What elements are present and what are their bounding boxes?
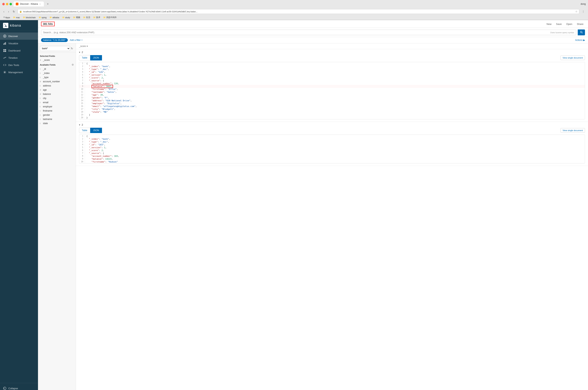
json-line: 8 "account_number": 183, — [79, 155, 585, 157]
svg-rect-8 — [5, 51, 6, 52]
doc-row-header-1[interactable]: ▾ 2 — [76, 49, 588, 55]
maximize-traffic-light[interactable] — [9, 3, 12, 5]
collapse-sidebar-button[interactable]: Collapse — [0, 385, 38, 390]
field-item-id[interactable]: t _id — [38, 67, 76, 71]
json-line: 17 "city": "Blodgett", — [79, 108, 585, 111]
sidebar-item-visualize[interactable]: Visualize — [0, 40, 38, 47]
bookmark-msg[interactable]: 📁 消息中间件 — [102, 16, 118, 19]
bookmark-mac[interactable]: 📁 mac — [12, 16, 21, 19]
search-input-wrap[interactable]: Uses lucene query syntax — [41, 30, 576, 35]
forward-button[interactable]: › — [7, 10, 10, 13]
bookmark-apps[interactable]: ⠿ Apps — [2, 16, 11, 19]
sidebar-item-timelion[interactable]: Timelion — [0, 54, 38, 61]
tab-close-button[interactable]: × — [40, 3, 41, 5]
url-text: localhost:5601/app/kibana#/discover?_g=(… — [23, 10, 574, 13]
json-line: 10 "firstname": "Effie", — [79, 88, 585, 91]
json-line-balance-highlight: 9 "balance": 3607, — [79, 85, 585, 88]
add-filter-button[interactable]: Add a filter + — [70, 39, 83, 42]
bookmark-alibaba[interactable]: 📁 alibaba — [48, 16, 60, 19]
sidebar-label-dashboard: Dashboard — [8, 49, 21, 52]
doc-tab-json-2[interactable]: JSON — [90, 128, 102, 133]
svg-rect-4 — [5, 42, 6, 45]
collapse-label: Collapse — [8, 387, 18, 390]
close-traffic-light[interactable] — [2, 3, 5, 5]
json-line: 6 "_score": 2, — [79, 76, 585, 79]
bookmark-life[interactable]: 📁 生活 — [82, 16, 91, 19]
search-input[interactable] — [43, 31, 550, 34]
doc-tab-table-1[interactable]: Table — [79, 55, 90, 60]
bookmark-study[interactable]: 📁 study — [61, 16, 71, 19]
bookmark-tech[interactable]: 📁 技术 — [92, 16, 101, 19]
sidebar-label-visualize: Visualize — [8, 42, 18, 45]
svg-rect-5 — [3, 49, 4, 50]
field-settings-button[interactable]: ⚙ — [72, 63, 74, 66]
browser-chrome: Discover - Kibana × + dong ‹ › ↻ 🔒 local… — [0, 0, 588, 20]
field-item-age[interactable]: # age — [38, 88, 76, 92]
json-line: 1{ — [79, 135, 585, 138]
json-line: 5 "_version": 1, — [79, 146, 585, 149]
index-refresh-button[interactable]: ↻ — [70, 47, 74, 50]
json-line: 18 "state": "MD" — [79, 111, 585, 113]
reload-button[interactable]: ↻ — [12, 10, 16, 13]
json-line: 11 "lastname": "Gates", — [79, 91, 585, 94]
doc-row-header-2[interactable]: ▾ 2 — [76, 122, 588, 128]
selected-field-score[interactable]: # _score — [38, 58, 76, 62]
sidebar-item-management[interactable]: Management — [0, 69, 38, 76]
score-column-label[interactable]: _score ▾ — [79, 45, 88, 48]
devtools-icon — [3, 63, 6, 67]
field-item-index[interactable]: t _index — [38, 71, 76, 75]
field-item-state[interactable]: t state — [38, 121, 76, 125]
bookmark-blockchain[interactable]: 📁 blockchain — [22, 16, 37, 19]
field-item-account-number[interactable]: # account_number — [38, 79, 76, 84]
left-panel: bank* ↻ Selected Fields # _score Availab… — [38, 43, 76, 390]
doc-toggle-button-2[interactable]: ▾ — [79, 124, 80, 126]
filter-chip[interactable]: balance: "1 to 20,000" — [41, 38, 68, 42]
json-line: 16 "email": "effiegates@digitalus.com", — [79, 105, 585, 108]
field-item-type[interactable]: t _type — [38, 75, 76, 79]
bookmark-sping[interactable]: 📁 sping — [38, 16, 48, 19]
doc-tab-json-1[interactable]: JSON — [90, 55, 102, 60]
field-item-address[interactable]: t address — [38, 84, 76, 88]
extensions-button[interactable]: ⋮ — [581, 10, 586, 13]
discover-icon — [3, 34, 6, 38]
share-button[interactable]: Share — [575, 22, 585, 26]
bookmark-star[interactable]: ☆ — [575, 10, 578, 13]
field-item-firstname[interactable]: t firstname — [38, 109, 76, 113]
json-line: 1{ — [79, 62, 585, 65]
svg-point-9 — [4, 72, 5, 73]
new-tab-button[interactable]: + — [45, 1, 50, 6]
save-button[interactable]: Save — [554, 22, 563, 26]
sidebar-item-discover[interactable]: Discover — [0, 33, 38, 40]
user-name: dong — [581, 3, 586, 5]
bookmark-video[interactable]: 📁 视频 — [72, 16, 81, 19]
actions-button[interactable]: Actions ▶ — [575, 39, 585, 42]
field-item-balance[interactable]: # balance — [38, 92, 76, 96]
field-item-employer[interactable]: t employer — [38, 104, 76, 109]
search-bar: Uses lucene query syntax — [38, 28, 588, 37]
management-icon — [3, 70, 6, 74]
new-button[interactable]: New — [545, 22, 553, 26]
sidebar-item-devtools[interactable]: Dev Tools — [0, 61, 38, 69]
view-single-doc-button-1[interactable]: View single document — [560, 55, 585, 60]
open-button[interactable]: Open — [565, 22, 574, 26]
traffic-lights — [2, 3, 12, 5]
field-item-gender[interactable]: t gender — [38, 113, 76, 117]
sidebar-nav: Discover Visualize Dashboard Timelion — [0, 31, 38, 383]
sidebar-label-management: Management — [8, 71, 23, 74]
address-bar[interactable]: 🔒 localhost:5601/app/kibana#/discover?_g… — [18, 9, 579, 14]
search-button[interactable] — [578, 29, 585, 35]
right-panel: _score ▾ ▾ 2 Table JSON View single docu… — [76, 43, 588, 390]
index-pattern-select[interactable]: bank* — [40, 46, 70, 51]
score-sort-arrow: ▾ — [86, 45, 88, 48]
doc-toggle-button-1[interactable]: ▾ — [79, 51, 80, 53]
minimize-traffic-light[interactable] — [6, 3, 8, 5]
view-single-doc-button-2[interactable]: View single document — [560, 128, 585, 133]
back-button[interactable]: ‹ — [2, 10, 5, 13]
field-item-lastname[interactable]: t lastname — [38, 117, 76, 121]
sidebar-item-dashboard[interactable]: Dashboard — [0, 47, 38, 54]
browser-tab[interactable]: Discover - Kibana × — [13, 1, 44, 6]
tab-title: Discover - Kibana — [20, 3, 38, 5]
field-item-email[interactable]: t email — [38, 100, 76, 104]
field-item-city[interactable]: t city — [38, 96, 76, 100]
doc-tab-table-2[interactable]: Table — [79, 128, 90, 133]
